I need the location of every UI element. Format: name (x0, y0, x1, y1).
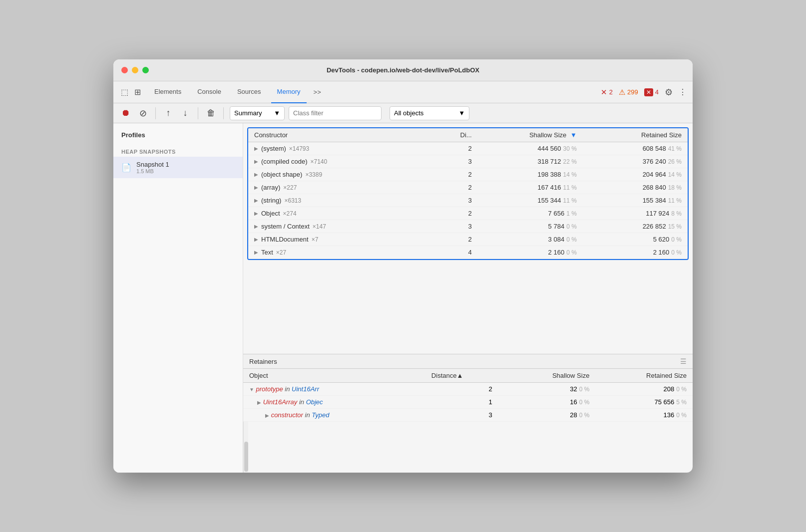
retained-pct: 0 % (671, 236, 682, 243)
count-badge: ×27 (276, 249, 286, 256)
table-row[interactable]: ▶ (array) ×227 2 167 41611 % 268 84018 % (248, 181, 688, 194)
retained-pct: 8 % (671, 210, 682, 217)
close-button[interactable] (121, 67, 128, 73)
expand-icon[interactable]: ▶ (254, 211, 258, 216)
retainers-row[interactable]: ▶ constructor in Typed 3 280 % 1360 % (243, 409, 693, 422)
snapshot-size: 1.5 MB (136, 168, 169, 174)
retainer-retained-cell: 2080 % (595, 383, 693, 396)
expand-icon[interactable]: ▶ (257, 400, 261, 405)
more-tabs-icon[interactable]: >> (311, 88, 324, 96)
shallow-size-cell: 198 38814 % (478, 168, 583, 181)
constructor-cell: ▶ (array) ×227 (248, 181, 445, 194)
snapshot-icon: 📄 (121, 163, 131, 172)
more-options-icon[interactable]: ⋮ (679, 87, 687, 97)
distance-cell: 3 (445, 155, 478, 168)
tab-memory[interactable]: Memory (271, 81, 307, 103)
table-row[interactable]: ▶ HTMLDocument ×7 2 3 0840 % 5 6200 % (248, 233, 688, 246)
retainer-retained-cell: 75 6565 % (595, 396, 693, 409)
sort-desc-icon: ▼ (570, 131, 577, 139)
collect-garbage-button[interactable]: 🗑 (204, 107, 217, 120)
table-row[interactable]: ▶ (system) ×14793 2 444 56030 % 608 5484… (248, 142, 688, 155)
summary-dropdown[interactable]: Summary ▼ (230, 106, 285, 120)
shallow-size-cell: 167 41611 % (478, 181, 583, 194)
col-shallow-size[interactable]: Shallow Size ▼ (478, 128, 583, 142)
retainer-shallow-cell: 160 % (498, 396, 596, 409)
title-bar: DevTools - codepen.io/web-dot-dev/live/P… (113, 59, 693, 81)
shallow-pct: 22 % (563, 158, 576, 165)
constructor-name: system / Context (261, 223, 310, 230)
ret-retained-pct: 5 % (676, 399, 687, 406)
retainer-distance-cell: 1 (425, 396, 498, 409)
retained-pct: 11 % (668, 197, 682, 204)
expand-icon[interactable]: ▶ (254, 146, 258, 151)
table-row[interactable]: ▶ Object ×274 2 7 6561 % 117 9248 % (248, 207, 688, 220)
retained-size-cell: 226 85215 % (583, 220, 688, 233)
retained-pct: 41 % (668, 145, 682, 152)
expand-icon[interactable]: ▶ (265, 413, 269, 418)
minimize-button[interactable] (132, 67, 138, 73)
shallow-pct: 11 % (563, 184, 576, 191)
constructor-name: (object shape) (261, 171, 302, 178)
settings-icon[interactable]: ⚙ (665, 87, 673, 98)
shallow-size-cell: 2 1600 % (478, 246, 583, 259)
upload-button[interactable]: ↑ (162, 107, 175, 120)
device-toggle-icon[interactable]: ⊞ (132, 87, 142, 97)
data-panel: Constructor Di... Shallow Size ▼ Retaine… (243, 123, 693, 473)
tab-elements[interactable]: Elements (148, 81, 187, 103)
retainer-name: Uint16Array (263, 398, 298, 406)
info-badge[interactable]: ✕ 4 (644, 88, 659, 96)
tab-console[interactable]: Console (191, 81, 227, 103)
ret-shallow-pct: 0 % (579, 386, 590, 393)
maximize-button[interactable] (142, 67, 149, 73)
expand-icon[interactable]: ▶ (254, 198, 258, 203)
expand-icon[interactable]: ▶ (254, 159, 258, 164)
download-button[interactable]: ↓ (179, 107, 192, 120)
col-distance: Di... (445, 128, 478, 142)
retainer-in: in (305, 411, 312, 419)
shallow-pct: 0 % (566, 223, 577, 230)
shallow-pct: 1 % (566, 210, 577, 217)
table-row[interactable]: ▶ system / Context ×147 3 5 7840 % 226 8… (248, 220, 688, 233)
shallow-size-cell: 318 71222 % (478, 155, 583, 168)
table-row[interactable]: ▶ (compiled code) ×7140 3 318 71222 % 37… (248, 155, 688, 168)
retained-size-cell: 204 96414 % (583, 168, 688, 181)
warning-count: 299 (627, 88, 638, 96)
devtools-mode-icons: ⬚ ⊞ (119, 87, 142, 97)
all-objects-arrow-icon: ▼ (458, 109, 465, 117)
table-row[interactable]: ▶ (string) ×6313 3 155 34411 % 155 38411… (248, 194, 688, 207)
tab-sources[interactable]: Sources (231, 81, 267, 103)
constructor-cell: ▶ Text ×27 (248, 246, 445, 259)
clear-button[interactable]: ⊘ (136, 107, 149, 120)
retainers-row[interactable]: ▼ prototype in Uint16Arr 2 320 % 2080 % (243, 383, 693, 396)
vertical-scrollbar[interactable] (243, 422, 248, 473)
snapshot-item[interactable]: 📄 Snapshot 1 1.5 MB (113, 157, 243, 178)
snapshot-name: Snapshot 1 (136, 161, 169, 168)
expand-icon[interactable]: ▶ (254, 172, 258, 177)
table-row[interactable]: ▶ Text ×27 4 2 1600 % 2 1600 % (248, 246, 688, 259)
window-controls (121, 67, 149, 73)
action-separator-3 (223, 107, 224, 119)
retainers-row[interactable]: ▶ Uint16Array in Objec 1 160 % 75 6565 % (243, 396, 693, 409)
expand-icon[interactable]: ▶ (254, 237, 258, 242)
all-objects-dropdown[interactable]: All objects ▼ (390, 106, 469, 120)
expand-icon[interactable]: ▶ (254, 250, 258, 255)
expand-icon[interactable]: ▼ (249, 387, 254, 392)
info-count: 4 (655, 88, 659, 96)
inspect-icon[interactable]: ⬚ (119, 87, 129, 97)
expand-icon[interactable]: ▶ (254, 224, 258, 229)
error-badge[interactable]: ✕ 2 (601, 88, 613, 97)
retained-size-cell: 268 84018 % (583, 181, 688, 194)
table-row[interactable]: ▶ (object shape) ×3389 2 198 38814 % 204… (248, 168, 688, 181)
record-button[interactable]: ⏺ (119, 107, 132, 120)
ret-col-retained: Retained Size (595, 369, 693, 383)
warning-badge[interactable]: ⚠ 299 (619, 88, 638, 97)
shallow-pct: 0 % (566, 249, 577, 256)
count-badge: ×3389 (305, 171, 322, 178)
retained-size-cell: 155 38411 % (583, 194, 688, 207)
class-filter-input[interactable] (289, 106, 382, 120)
col-constructor: Constructor (248, 128, 445, 142)
scrollbar-thumb[interactable] (244, 442, 248, 472)
retained-size-cell: 117 9248 % (583, 207, 688, 220)
ret-col-distance[interactable]: Distance▲ (425, 369, 498, 383)
expand-icon[interactable]: ▶ (254, 185, 258, 190)
